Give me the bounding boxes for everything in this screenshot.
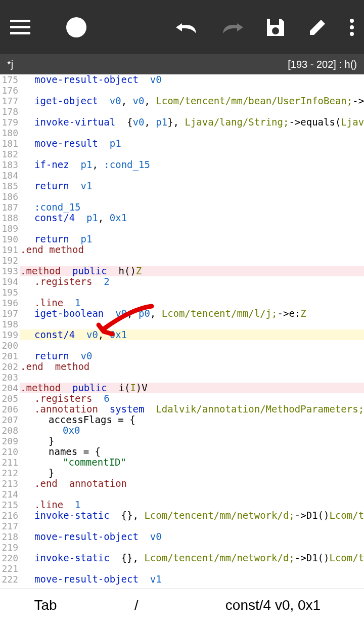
line-number: 198 [0, 319, 20, 329]
line-number: 188 [0, 213, 20, 223]
line-number: 182 [0, 149, 20, 159]
line-number: 216 [0, 510, 20, 521]
code-editor[interactable]: 175move-result-object v0 176 177iget-obj… [0, 74, 364, 589]
line-number: 183 [0, 159, 20, 170]
line-number: 194 [0, 276, 20, 287]
svg-rect-0 [10, 20, 30, 22]
line-number: 186 [0, 191, 20, 202]
line-number: 201 [0, 351, 20, 361]
snippet-button[interactable]: const/4 v0, 0x1 [182, 597, 364, 613]
line-number: 206 [0, 404, 20, 415]
line-number: 189 [0, 223, 20, 234]
line-number: 207 [0, 415, 20, 425]
line-number: 190 [0, 234, 20, 244]
line-number: 193 [0, 266, 20, 276]
line-number: 199 [0, 329, 20, 340]
redo-icon[interactable] [221, 21, 243, 33]
line-number: 212 [0, 468, 20, 478]
compass-icon[interactable] [66, 17, 87, 38]
line-number: 202 [0, 361, 20, 372]
line-number: 222 [0, 574, 20, 585]
line-number: 196 [0, 298, 20, 308]
save-icon[interactable] [266, 18, 285, 37]
line-number: 191 [0, 244, 20, 255]
line-number: 205 [0, 393, 20, 404]
line-number: 177 [0, 96, 20, 106]
line-number: 211 [0, 457, 20, 468]
tab-name[interactable]: *j [7, 59, 13, 70]
toolbar [0, 0, 364, 54]
line-number: 217 [0, 521, 20, 531]
svg-point-8 [350, 25, 354, 29]
line-number: 187 [0, 202, 20, 213]
line-number: 184 [0, 170, 20, 181]
line-number: 221 [0, 563, 20, 574]
line-number: 185 [0, 181, 20, 191]
line-number: 203 [0, 372, 20, 383]
tab-bar: *j [193 - 202] : h() [0, 54, 364, 74]
svg-rect-5 [270, 19, 279, 25]
line-number: 175 [0, 74, 20, 85]
line-number: 213 [0, 478, 20, 489]
svg-point-3 [66, 17, 86, 37]
menu-icon[interactable] [10, 20, 30, 35]
svg-rect-2 [10, 32, 30, 34]
line-number: 208 [0, 425, 20, 436]
svg-point-9 [350, 32, 354, 36]
line-number: 209 [0, 436, 20, 446]
line-number: 210 [0, 446, 20, 457]
line-number: 176 [0, 85, 20, 96]
line-number: 180 [0, 128, 20, 138]
line-number: 195 [0, 287, 20, 298]
line-number: 214 [0, 489, 20, 500]
svg-point-7 [350, 19, 354, 23]
line-number: 179 [0, 117, 20, 128]
svg-point-6 [272, 27, 279, 34]
line-number: 204 [0, 383, 20, 393]
line-number: 218 [0, 531, 20, 542]
line-number: 192 [0, 255, 20, 266]
line-number: 219 [0, 542, 20, 553]
line-number: 220 [0, 553, 20, 563]
line-number: 178 [0, 106, 20, 117]
bottom-toolbar: Tab / const/4 v0, 0x1 [0, 589, 364, 621]
slash-key-button[interactable]: / [91, 597, 182, 613]
line-number: 197 [0, 308, 20, 319]
line-number: 181 [0, 138, 20, 149]
line-number: 200 [0, 340, 20, 351]
undo-icon[interactable] [176, 21, 198, 33]
tab-key-button[interactable]: Tab [0, 597, 91, 613]
tab-location: [193 - 202] : h() [288, 59, 357, 70]
line-number: 215 [0, 500, 20, 510]
overflow-icon[interactable] [350, 19, 354, 36]
svg-rect-1 [10, 26, 30, 28]
edit-icon[interactable] [308, 18, 327, 37]
